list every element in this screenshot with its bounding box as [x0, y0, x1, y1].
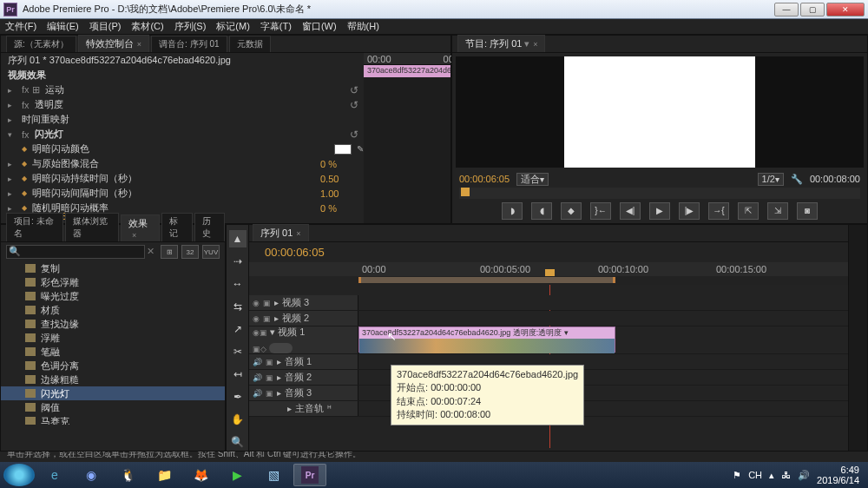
track-v3[interactable]: ◉▣ ▸ 视频 3	[249, 295, 848, 311]
goto-in-button[interactable]: }←	[590, 202, 611, 220]
menu-title[interactable]: 字幕(T)	[260, 20, 292, 33]
fx-strobe-color[interactable]: ◆ 明暗闪动颜色 ✎	[1, 142, 364, 156]
pen-tool[interactable]: ✒	[229, 388, 247, 406]
menu-project[interactable]: 项目(P)	[89, 20, 122, 33]
fx-strobe[interactable]: ▾fx 闪光灯↺	[1, 127, 364, 142]
track-v2[interactable]: ◉▣ ▸ 视频 2	[249, 311, 848, 326]
menu-window[interactable]: 窗口(W)	[302, 20, 337, 33]
taskbar-paint-icon[interactable]: ▧	[257, 464, 290, 486]
rolling-tool[interactable]: ⇆	[229, 298, 247, 315]
effect-item[interactable]: 曝光过度	[1, 289, 225, 303]
fx-mini-ruler[interactable]: 00:0000:00:05:00	[364, 53, 450, 65]
ripple-tool[interactable]: ↔	[229, 275, 247, 293]
fx-motion[interactable]: ▸fx ⊞ 运动↺	[1, 82, 364, 97]
effect-item[interactable]: 马赛克	[1, 414, 225, 425]
step-back-button[interactable]: ◀|	[620, 202, 641, 220]
export-frame-button[interactable]: ◙	[797, 202, 818, 220]
tray-network-icon[interactable]: 🖧	[781, 470, 791, 480]
extract-button[interactable]: ⇲	[767, 202, 788, 220]
timeline-timecode[interactable]: 00:00:06:05	[249, 242, 848, 262]
lift-button[interactable]: ⇱	[738, 202, 759, 220]
slip-tool[interactable]: ↤	[229, 366, 247, 383]
track-v1[interactable]: ◉▣ ▾ 视频 1▣◇ 370ace8df53227a204d64c76ebad…	[249, 326, 848, 354]
track-select-tool[interactable]: ⇢	[229, 253, 247, 270]
tab-sequence[interactable]: 序列 01×	[253, 224, 309, 241]
tray-clock[interactable]: 6:492019/6/14	[817, 465, 859, 485]
tab-media-browser[interactable]: 媒体浏览器	[65, 213, 119, 241]
fx-opacity[interactable]: ▸fx 透明度↺	[1, 97, 364, 112]
tab-effect-controls[interactable]: 特效控制台×	[78, 35, 149, 52]
zoom-fit-select[interactable]: 适合 ▾	[516, 173, 549, 186]
tray-flag-icon[interactable]: ⚑	[733, 470, 741, 481]
tray-chevron-up-icon[interactable]: ▴	[769, 470, 774, 481]
fx-period[interactable]: ▸◆ 明暗闪动间隔时间（秒）1.00	[1, 186, 364, 201]
tab-program[interactable]: 节目: 序列 01 ▾×	[457, 35, 545, 52]
timeline-ruler[interactable]: 00:0000:00:05:0000:00:10:0000:00:15:00	[249, 262, 848, 276]
tab-audio-mixer[interactable]: 调音台: 序列 01	[151, 36, 227, 52]
effect-item[interactable]: 边缘粗糙	[1, 373, 225, 386]
minimize-button[interactable]: —	[774, 3, 799, 16]
menu-edit[interactable]: 编辑(E)	[47, 20, 79, 33]
work-area-bar[interactable]	[358, 276, 848, 285]
tab-history[interactable]: 历史	[194, 213, 225, 241]
play-button[interactable]: ▶	[649, 202, 670, 220]
effect-item[interactable]: 色调分离	[1, 359, 225, 373]
resolution-select[interactable]: 1/2 ▾	[758, 173, 784, 186]
tray-lang[interactable]: CH	[748, 470, 762, 480]
fx-duration[interactable]: ▸◆ 明暗闪动持续时间（秒）0.50	[1, 171, 364, 186]
taskbar-player-icon[interactable]: ▶	[220, 464, 253, 486]
rate-stretch-tool[interactable]: ↗	[229, 320, 247, 338]
start-button[interactable]	[3, 464, 35, 486]
taskbar-firefox-icon[interactable]: 🦊	[184, 464, 217, 486]
effect-item[interactable]: 闪光灯	[1, 386, 225, 400]
effects-search-input[interactable]	[6, 245, 145, 259]
tab-source[interactable]: 源:（无素材）	[6, 36, 76, 52]
playhead-icon[interactable]	[461, 188, 470, 196]
menu-marker[interactable]: 标记(M)	[216, 20, 250, 33]
close-button[interactable]: ✕	[826, 3, 865, 16]
goto-out-button[interactable]: →{	[708, 202, 729, 220]
step-fwd-button[interactable]: |▶	[679, 202, 700, 220]
effect-item[interactable]: 笔融	[1, 345, 225, 359]
effect-item[interactable]: 彩色浮雕	[1, 275, 225, 289]
program-monitor[interactable]	[456, 56, 864, 168]
effects-tree[interactable]: 复制彩色浮雕曝光过度材质查找边缘浮雕笔融色调分离边缘粗糙闪光灯阈值马赛克▸ 视频…	[1, 261, 225, 425]
menu-clip[interactable]: 素材(C)	[131, 20, 163, 33]
fx-time-remap[interactable]: ▸ 时间重映射	[1, 112, 364, 127]
effect-item[interactable]: 查找边缘	[1, 317, 225, 331]
menu-sequence[interactable]: 序列(S)	[174, 20, 207, 33]
taskbar-explorer-icon[interactable]: 📁	[148, 464, 181, 486]
fx-filter-yuv[interactable]: YUV	[202, 245, 220, 259]
taskbar-qq-icon[interactable]: 🐧	[111, 464, 144, 486]
zoom-tool[interactable]: 🔍	[229, 433, 247, 451]
fx-filter-32bit[interactable]: 32	[181, 245, 199, 259]
mark-in-button[interactable]: ◗	[502, 202, 523, 220]
program-tc-current[interactable]: 00:00:06:05	[459, 174, 510, 184]
effect-item[interactable]: 复制	[1, 261, 225, 275]
hand-tool[interactable]: ✋	[229, 411, 247, 428]
selection-tool[interactable]: ▲	[229, 230, 247, 247]
wrench-icon[interactable]: 🔧	[791, 174, 803, 185]
menu-help[interactable]: 帮助(H)	[347, 20, 379, 33]
tab-metadata[interactable]: 元数据	[229, 36, 271, 52]
tray-volume-icon[interactable]: 🔊	[798, 470, 810, 481]
effect-item[interactable]: 材质	[1, 303, 225, 317]
razor-tool[interactable]: ✂	[229, 343, 247, 360]
mark-out-button[interactable]: ◖	[531, 202, 552, 220]
fx-blend[interactable]: ▸◆ 与原始图像混合0 %	[1, 156, 364, 171]
system-tray[interactable]: ⚑ CH ▴ 🖧 🔊 6:492019/6/14	[733, 465, 865, 485]
effect-item[interactable]: 阈值	[1, 400, 225, 414]
menu-file[interactable]: 文件(F)	[5, 20, 36, 33]
effect-item[interactable]: 浮雕	[1, 331, 225, 345]
clear-search-icon[interactable]: ✕	[147, 246, 155, 257]
fx-filter-accel[interactable]: ⊞	[161, 245, 178, 259]
taskbar-premiere-icon[interactable]: Pr	[293, 464, 326, 486]
tab-markers[interactable]: 标记	[161, 213, 192, 241]
add-marker-button[interactable]: ◆	[561, 202, 582, 220]
taskbar-ie-icon[interactable]: e	[38, 464, 71, 486]
tab-project[interactable]: 项目: 未命名	[6, 213, 63, 241]
program-scrubber[interactable]	[459, 188, 860, 199]
fx-mini-clip[interactable]: 370ace8df53227a204d64c76eba	[364, 65, 450, 77]
maximize-button[interactable]: ▢	[800, 3, 825, 16]
taskbar-app1-icon[interactable]: ◉	[75, 464, 108, 486]
